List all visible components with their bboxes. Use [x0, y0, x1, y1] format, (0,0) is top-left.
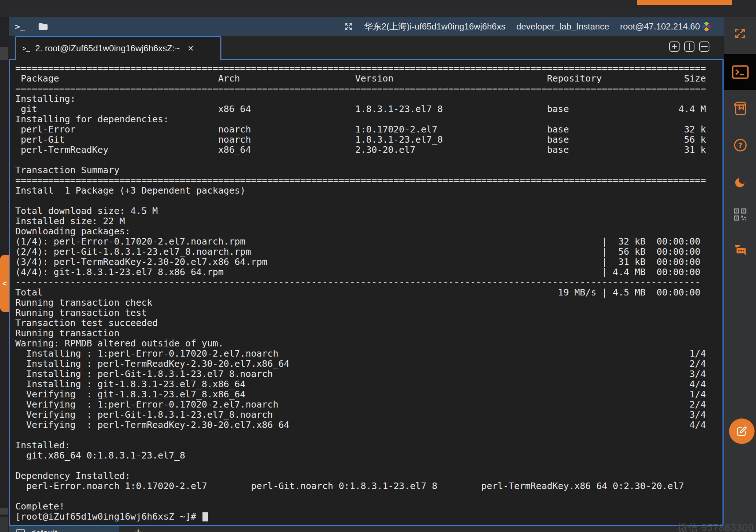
terminal-prompt-icon[interactable]: >_: [15, 22, 25, 31]
terminal-line: Installing:: [15, 94, 722, 104]
sidebar-item-dark-mode[interactable]: [724, 175, 756, 190]
dark-mode-moon-icon: [733, 175, 748, 190]
terminal-line: Running transaction check: [15, 298, 722, 308]
terminal-panel[interactable]: ========================================…: [9, 59, 724, 526]
watermark-text: 微信 957863300: [678, 521, 754, 532]
terminal-line: perl-TermReadKey x86_64 2.30-20.el7 base…: [15, 145, 722, 155]
expand-icon[interactable]: [344, 22, 353, 31]
terminal-line: ========================================…: [15, 84, 722, 94]
terminal-line: (3/4): perl-TermReadKey-2.30-20.el7.x86_…: [15, 257, 722, 267]
terminal-line: Transaction Summary: [15, 165, 722, 175]
terminal-output: ========================================…: [10, 60, 722, 512]
session-bar: default +: [9, 526, 724, 532]
open-new-window-icon[interactable]: [734, 27, 746, 41]
sidebar-item-qr-code[interactable]: [724, 208, 756, 221]
centos-logo-icon: [702, 22, 711, 31]
terminal-cursor: [202, 512, 208, 521]
window-controls: [669, 41, 709, 52]
session-tab-label: default: [31, 528, 57, 532]
terminal-icon: >_: [23, 45, 30, 52]
terminal-line: Verifying : git-1.8.3.1-23.el7_8.x86_64 …: [15, 389, 722, 400]
new-tab-button[interactable]: [669, 41, 680, 52]
file-manager-icon[interactable]: [38, 23, 48, 31]
terminal-line: perl-Error.noarch 1:0.17020-2.el7 perl-G…: [15, 481, 722, 491]
terminal-line: Install 1 Package (+3 Dependent packages…: [15, 186, 722, 196]
terminal-line: [15, 196, 722, 206]
left-strip-segment: [0, 517, 8, 532]
sidebar-item-feedback[interactable]: [724, 243, 756, 258]
tab-session-2[interactable]: >_ 2. root@iZuf65d1w0ing16wj6h6xsZ:~ ×: [15, 36, 221, 60]
right-sidebar: ?: [724, 17, 756, 532]
terminal-line: perl-Git noarch 1.8.3.1-23.el7_8 base 56…: [15, 135, 722, 145]
terminal-line: Running transaction test: [15, 308, 722, 318]
terminal-line: Total 19 MB/s | 4.5 MB 00:00:00: [15, 287, 722, 298]
split-horizontal-button[interactable]: [699, 41, 709, 52]
tab-label: 2. root@iZuf65d1w0ing16wj6h6xsZ:~: [35, 43, 180, 53]
user-host: root@47.102.214.60: [620, 21, 700, 32]
terminal-prompt: [root@iZuf65d1w0ing16wj6h6xsZ ~]#: [15, 512, 202, 522]
close-tab-icon[interactable]: ×: [188, 44, 194, 53]
terminal-line: Verifying : perl-TermReadKey-2.30-20.el7…: [15, 420, 722, 430]
terminal-line: perl-Error noarch 1:0.17020-2.el7 base 3…: [15, 124, 722, 135]
manual-book-icon: [733, 101, 748, 116]
region-instance-id: 华东2(上海)i-uf65d1w0ing16wj6h6xs: [364, 21, 505, 32]
edit-compose-icon: [735, 425, 748, 438]
tab-bar: >_ 2. root@iZuf65d1w0ing16wj6h6xsZ:~ ×: [9, 36, 724, 59]
svg-text:?: ?: [738, 141, 743, 150]
header-bar: >_ 华东2(上海)i-uf65d1w0ing16wj6h6xs develop…: [9, 17, 724, 36]
terminal-line: Verifying : perl-Git-1.8.3.1-23.el7_8.no…: [15, 410, 722, 420]
terminal-line: Installed size: 22 M: [15, 216, 722, 226]
terminal-line: git x86_64 1.8.3.1-23.el7_8 base 4.4 M: [15, 104, 722, 114]
terminal-icon: [732, 65, 749, 79]
sidebar-item-help[interactable]: ?: [724, 138, 756, 153]
terminal-line: ========================================…: [15, 175, 722, 186]
terminal-line: [15, 430, 722, 440]
terminal-prompt-line: [root@iZuf65d1w0ing16wj6h6xsZ ~]#: [10, 512, 722, 522]
session-tab-default[interactable]: default: [9, 526, 119, 532]
help-icon: ?: [733, 138, 748, 153]
terminal-line: [15, 461, 722, 471]
terminal-line: (1/4): perl-Error-0.17020-2.el7.noarch.r…: [15, 237, 722, 247]
terminal-line: Running transaction: [15, 328, 722, 338]
terminal-line: Warning: RPMDB altered outside of yum.: [15, 338, 722, 349]
header-info: 华东2(上海)i-uf65d1w0ing16wj6h6xs developer_…: [344, 21, 724, 32]
top-strip: [0, 0, 756, 17]
terminal-window-icon: [16, 529, 25, 532]
terminal-line: Total download size: 4.5 M: [15, 206, 722, 216]
terminal-line: Dependency Installed:: [15, 471, 722, 481]
terminal-line: Installed:: [15, 440, 722, 450]
split-vertical-button[interactable]: [684, 41, 694, 52]
terminal-line: Transaction test succeeded: [15, 318, 722, 328]
terminal-line: (4/4): git-1.8.3.1-23.el7_8.x86_64.rpm |…: [15, 267, 722, 277]
terminal-line: [15, 155, 722, 165]
chevron-left-icon: <: [3, 279, 7, 288]
terminal-line: [15, 491, 722, 501]
cloud-shell-window: >_ 华东2(上海)i-uf65d1w0ing16wj6h6xs develop…: [0, 0, 756, 532]
terminal-line: Verifying : 1:perl-Error-0.17020-2.el7.n…: [15, 400, 722, 410]
terminal-line: Downloading packages:: [15, 226, 722, 237]
feedback-chat-icon: [733, 243, 748, 258]
terminal-line: Package Arch Version Repository Size: [15, 74, 722, 84]
terminal-line: Installing : git-1.8.3.1-23.el7_8.x86_64…: [15, 379, 722, 389]
terminal-line: ========================================…: [15, 63, 722, 74]
sidebar-item-manual[interactable]: [724, 101, 756, 116]
terminal-line: ----------------------------------------…: [15, 277, 722, 287]
terminal-line: Complete!: [15, 501, 722, 512]
left-strip-segment: [0, 47, 8, 60]
instance-name: developer_lab_Instance: [516, 21, 609, 32]
top-orange-bar: [637, 0, 732, 5]
left-strip-segment: [0, 508, 8, 515]
terminal-line: Installing : perl-Git-1.8.3.1-23.el7_8.n…: [15, 369, 722, 379]
terminal-line: Installing : 1:perl-Error-0.17020-2.el7.…: [15, 349, 722, 359]
terminal-line: Installing for dependencies:: [15, 114, 722, 124]
edit-compose-button[interactable]: [729, 418, 755, 444]
qr-code-icon: [733, 208, 747, 221]
sidebar-item-terminal[interactable]: [724, 54, 756, 90]
terminal-line: Installing : perl-TermReadKey-2.30-20.el…: [15, 359, 722, 369]
collapse-left-panel-button[interactable]: <: [0, 255, 9, 312]
terminal-line: git.x86_64 0:1.8.3.1-23.el7_8: [15, 450, 722, 461]
add-session-button[interactable]: +: [135, 526, 142, 532]
terminal-line: (2/4): perl-Git-1.8.3.1-23.el7_8.noarch.…: [15, 247, 722, 257]
